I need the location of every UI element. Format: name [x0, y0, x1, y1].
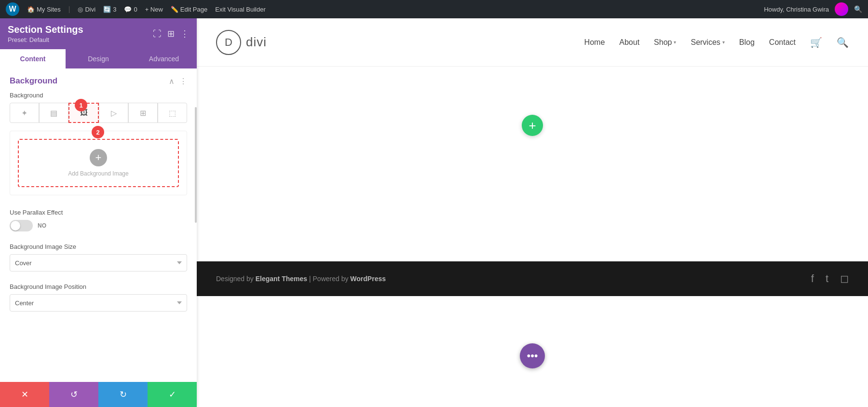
- user-avatar[interactable]: [835, 2, 848, 16]
- badge-1-container: 1: [75, 99, 87, 111]
- logo-circle: D: [216, 30, 241, 55]
- add-image-plus-icon: +: [90, 149, 107, 166]
- page-content: D divi Home About Shop ▾ Services ▾ Blog…: [197, 18, 868, 407]
- howdy-text: Howdy, Christina Gwira: [764, 6, 829, 13]
- tab-advanced[interactable]: Advanced: [131, 49, 197, 68]
- sidebar-header: Section Settings Preset: Default ⛶ ⊞ ⋮: [0, 18, 197, 49]
- badge-2-container: 2: [92, 126, 104, 138]
- footer-social: f t ◻: [811, 272, 849, 285]
- image-upload-container: 2 + Add Background Image: [10, 131, 187, 195]
- divi-link[interactable]: ◎ Divi: [78, 6, 95, 13]
- nav-shop[interactable]: Shop ▾: [654, 38, 676, 47]
- sidebar-title-area: Section Settings Preset: Default: [8, 24, 83, 43]
- footer-powered-by: | Powered by: [309, 275, 350, 283]
- instagram-icon[interactable]: ◻: [840, 272, 849, 285]
- nav-blog[interactable]: Blog: [739, 38, 755, 47]
- footer-elegant-themes: Elegant Themes: [256, 275, 307, 283]
- tab-design[interactable]: Design: [66, 49, 131, 68]
- footer-wordpress: WordPress: [350, 275, 386, 283]
- nav-contact[interactable]: Contact: [769, 38, 796, 47]
- background-section-header: Background ∧ ⋮: [0, 68, 197, 92]
- add-background-image-button[interactable]: + Add Background Image: [18, 139, 179, 187]
- bg-type-none[interactable]: ✦: [10, 103, 39, 123]
- badge-1: 1: [75, 99, 87, 111]
- my-sites-link[interactable]: 🏠 My Sites: [27, 6, 61, 13]
- comments-counter[interactable]: 💬 0: [124, 6, 137, 13]
- nav-services[interactable]: Services ▾: [691, 38, 724, 47]
- bg-position-label: Background Image Position: [10, 283, 187, 290]
- bg-size-label: Background Image Size: [10, 243, 187, 250]
- fullscreen-icon[interactable]: ⛶: [153, 29, 162, 39]
- footer-designed-by: Designed by: [216, 275, 256, 283]
- edit-page-button[interactable]: ✏️ Edit Page: [171, 6, 207, 13]
- parallax-field: Use Parallax Effect NO: [0, 203, 197, 237]
- search-icon[interactable]: 🔍: [837, 37, 849, 48]
- image-upload-inner: + Add Background Image: [10, 131, 187, 195]
- undo-button[interactable]: ↺: [49, 382, 98, 407]
- badge-2: 2: [92, 126, 104, 138]
- wordpress-logo[interactable]: W: [6, 2, 19, 16]
- twitter-icon[interactable]: t: [826, 272, 828, 285]
- add-section-button[interactable]: +: [522, 115, 543, 136]
- cart-icon[interactable]: 🛒: [810, 37, 822, 48]
- bg-size-field: Background Image Size Cover Contain Auto: [0, 237, 197, 277]
- parallax-toggle-row: NO: [10, 220, 187, 231]
- exit-builder-button[interactable]: Exit Visual Builder: [215, 6, 266, 13]
- footer-text: Designed by Elegant Themes | Powered by …: [216, 275, 811, 283]
- toggle-knob: [11, 221, 20, 231]
- admin-right: Howdy, Christina Gwira 🔍: [764, 2, 862, 16]
- updates-counter[interactable]: 🔄 3: [103, 6, 116, 13]
- tab-content[interactable]: Content: [0, 49, 66, 68]
- bg-type-gradient[interactable]: ▤: [39, 103, 68, 123]
- collapse-icon[interactable]: ∧: [169, 77, 175, 86]
- section-more-icon[interactable]: ⋮: [179, 77, 187, 86]
- site-footer: Designed by Elegant Themes | Powered by …: [197, 261, 868, 296]
- background-section-title: Background: [10, 76, 57, 86]
- parallax-value: NO: [38, 222, 46, 229]
- facebook-icon[interactable]: f: [811, 272, 814, 285]
- admin-search-icon[interactable]: 🔍: [854, 5, 862, 13]
- sidebar-content: Background ∧ ⋮ Background 1 ✦ ▤ 🖼 ▷: [0, 68, 197, 382]
- more-options-icon[interactable]: ⋮: [180, 28, 189, 39]
- settings-tabs: Content Design Advanced: [0, 49, 197, 68]
- bg-type-pattern[interactable]: ⊞: [128, 103, 158, 123]
- site-nav: Home About Shop ▾ Services ▾ Blog Contac…: [584, 37, 849, 48]
- add-image-label: Add Background Image: [68, 170, 128, 177]
- separator: |: [68, 5, 70, 13]
- purple-btn-icon: •••: [527, 350, 538, 362]
- background-section-icons: ∧ ⋮: [169, 77, 187, 86]
- bg-position-select[interactable]: Center Top Left Top Right Bottom Left Bo…: [10, 294, 187, 312]
- sidebar-title: Section Settings: [8, 24, 83, 35]
- wp-admin-bar: W 🏠 My Sites | ◎ Divi 🔄 3 💬 0 + New ✏️ E…: [0, 0, 868, 18]
- logo-letter: D: [225, 36, 232, 49]
- preset-label[interactable]: Preset: Default: [8, 36, 83, 43]
- bottom-action-bar: ✕ ↺ ↻ ✓: [0, 382, 197, 407]
- cancel-button[interactable]: ✕: [0, 382, 49, 407]
- section-settings-panel: Section Settings Preset: Default ⛶ ⊞ ⋮ C…: [0, 18, 197, 407]
- new-button[interactable]: + New: [145, 6, 163, 13]
- nav-about[interactable]: About: [619, 38, 639, 47]
- bg-type-mask[interactable]: ⬚: [158, 103, 187, 123]
- logo-name: divi: [246, 35, 267, 50]
- nav-home[interactable]: Home: [584, 38, 605, 47]
- background-label: Background: [0, 92, 197, 103]
- sidebar-scrollbar: [195, 107, 197, 223]
- redo-button[interactable]: ↻: [98, 382, 148, 407]
- site-logo: D divi: [216, 30, 267, 55]
- main-layout: Section Settings Preset: Default ⛶ ⊞ ⋮ C…: [0, 18, 868, 407]
- add-section-icon: +: [529, 118, 536, 133]
- purple-action-button[interactable]: •••: [520, 343, 545, 368]
- parallax-toggle[interactable]: [10, 220, 33, 231]
- page-main: + Designed by Elegant Themes | Powered b…: [197, 67, 868, 407]
- bg-type-row: ✦ ▤ 🖼 ▷ ⊞ ⬚: [10, 103, 187, 123]
- site-header: D divi Home About Shop ▾ Services ▾ Blog…: [197, 18, 868, 67]
- sidebar-header-icons: ⛶ ⊞ ⋮: [153, 28, 189, 39]
- columns-icon[interactable]: ⊞: [167, 28, 175, 39]
- bg-size-select[interactable]: Cover Contain Auto: [10, 254, 187, 271]
- bg-type-video[interactable]: ▷: [99, 103, 128, 123]
- save-button[interactable]: ✓: [148, 382, 197, 407]
- parallax-label: Use Parallax Effect: [10, 209, 187, 216]
- bg-position-field: Background Image Position Center Top Lef…: [0, 277, 197, 317]
